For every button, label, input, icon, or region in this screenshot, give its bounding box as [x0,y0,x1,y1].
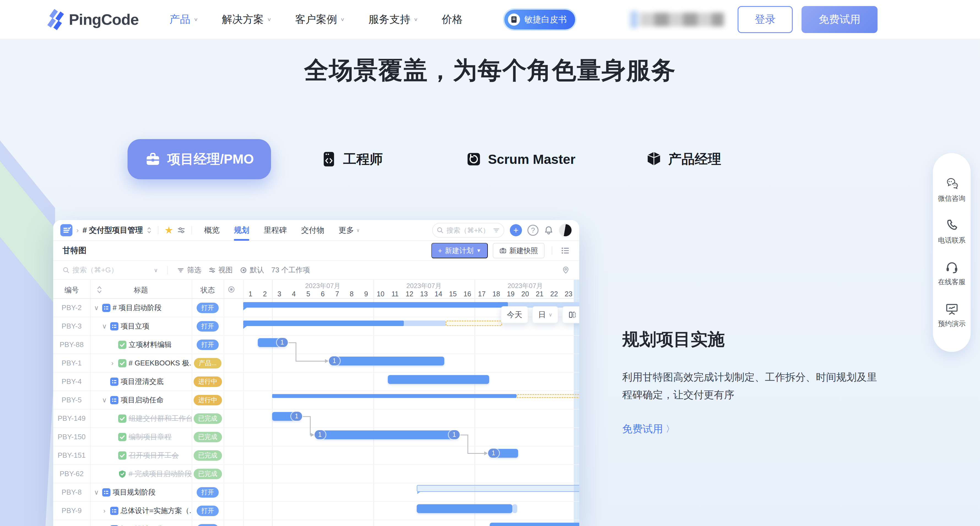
table-row[interactable]: PBY-2∨# 项目启动阶段打开 [53,299,579,317]
table-row[interactable]: PBY-150编制项目章程已完成11 [53,428,579,447]
gantt-bar-PBY-3[interactable] [404,321,445,326]
gantt-search-input[interactable]: 搜索（⌘+G） ∨ [62,265,158,275]
selector-icon[interactable] [147,226,152,234]
status-badge[interactable]: 进行中 [194,395,222,405]
notification-bell-icon[interactable] [544,226,554,235]
status-badge[interactable]: 产品... [194,358,221,369]
contact-item-2[interactable]: 电话联系 [938,219,966,245]
gantt-bar-PBY-1[interactable] [330,357,444,365]
gantt-bar-PBY-10[interactable] [490,523,579,526]
status-badge[interactable]: 打开 [197,340,219,350]
app-tab-5[interactable]: 更多∨ [339,220,360,241]
help-icon[interactable]: ? [527,225,538,236]
breadcrumb[interactable]: # 交付型项目管理 [83,225,143,235]
expand-toggle-icon[interactable]: › [109,359,116,367]
table-row[interactable]: PBY-8∨项目规划阶段打开 [53,483,579,502]
gantt-bar-PBY-5[interactable] [517,394,579,398]
status-badge[interactable]: 已完成 [194,450,222,461]
chevron-down-icon: ∨ [154,267,158,273]
expand-toggle-icon[interactable]: ∨ [93,304,100,312]
new-plan-button[interactable]: + 新建计划 ▼ [431,243,488,258]
contact-item-1[interactable]: 微信咨询 [938,177,966,203]
login-button[interactable]: 登录 [738,6,793,33]
role-tab-4[interactable]: 产品经理 [646,150,721,168]
table-row[interactable]: PBY-10›概要设计（分）打开 [53,520,579,526]
dependency-count-badge[interactable]: 1 [291,412,302,421]
app-tab-label: 更多 [339,225,354,235]
pingcode-logo[interactable]: PingCode [47,9,138,30]
role-tab-2[interactable]: 工程师 [321,150,383,168]
split-view-button[interactable] [562,306,579,323]
table-row[interactable]: PBY-5∨项目启动任命进行中 [53,391,579,410]
app-tab-4[interactable]: 交付物 [301,220,324,241]
gantt-bar-PBY-5[interactable] [272,394,517,398]
bar-notch [417,491,421,494]
role-tab-1[interactable]: 项目经理/PMO [127,139,271,179]
zoom-unit-button[interactable]: 日 ∨ [532,306,558,323]
status-badge[interactable]: 已完成 [194,432,222,442]
gantt-bar-PBY-8[interactable] [417,485,579,492]
app-tab-2[interactable]: 规划 [234,220,249,241]
status-badge[interactable]: 打开 [197,303,219,313]
gantt-bar-PBY-9[interactable] [512,504,517,513]
map-pin-icon[interactable] [562,266,570,274]
table-row[interactable]: PBY-1›# GEEKBOOKS 极...产品...1 [53,354,579,373]
nav-item-4[interactable]: 服务支持∨ [369,13,418,27]
dependency-count-badge[interactable]: 1 [449,430,460,439]
app-tab-1[interactable]: 概览 [204,220,220,241]
dependency-count-badge[interactable]: 1 [488,449,499,458]
row-title: 编制项目章程 [129,432,172,442]
gantt-bar-PBY-4[interactable] [388,375,489,384]
nav-item-3[interactable]: 客户案例∨ [295,13,345,27]
nav-item-1[interactable]: 产品∨ [169,13,198,27]
status-badge[interactable]: 已完成 [194,413,222,424]
gantt-bar-PBY-3[interactable] [445,321,502,326]
gantt-bar-PBY-2[interactable] [243,302,508,308]
contact-item-3[interactable]: 在线客服 [938,260,966,286]
table-row[interactable]: PBY-151召开项目开工会已完成1 [53,447,579,465]
add-button[interactable]: + [510,224,522,236]
expand-toggle-icon[interactable]: ∨ [101,396,108,404]
list-settings-icon[interactable] [561,246,570,255]
expand-toggle-icon[interactable]: ∨ [93,489,100,496]
status-badge[interactable]: 打开 [197,524,219,526]
gantt-bar-PBY-150[interactable] [316,431,459,439]
row-title-cell: ∨项目启动任命 [90,391,192,409]
role-tab-3[interactable]: Scrum Master [466,151,575,167]
feature-free-trial-link[interactable]: 免费试用 〉 [622,422,675,436]
search-input[interactable]: 搜索（⌘+K） [432,223,504,238]
gantt-bar-PBY-9[interactable] [417,504,512,513]
user-avatar[interactable] [559,224,572,237]
new-snapshot-button[interactable]: 新建快照 [493,243,544,258]
dependency-count-badge[interactable]: 1 [277,338,288,347]
app-tab-3[interactable]: 里程碑 [264,220,287,241]
status-badge[interactable]: 进行中 [194,377,222,387]
nav-item-5[interactable]: 价格 [442,13,463,27]
expand-toggle-icon[interactable]: ∨ [101,323,108,330]
table-row[interactable]: PBY-9›总体设计=实施方案（...打开 [53,502,579,520]
default-style-button[interactable]: 默认 [240,265,264,275]
table-row[interactable]: PBY-62# 完成项目启动阶段...已完成 [53,465,579,483]
contact-item-4[interactable]: 预约演示 [938,302,966,328]
swap-icon[interactable] [177,226,185,234]
today-button[interactable]: 今天 [501,306,528,323]
view-settings-button[interactable]: 视图 [208,265,233,275]
filter-button[interactable]: 筛选 [177,265,201,275]
status-badge[interactable]: 打开 [197,487,219,497]
table-row[interactable]: PBY-4项目澄清交底进行中 [53,373,579,391]
dependency-count-badge[interactable]: 1 [329,356,340,365]
nav-item-2[interactable]: 解决方案∨ [222,13,271,27]
expand-toggle-icon[interactable]: › [101,507,108,515]
status-badge[interactable]: 打开 [197,505,219,516]
status-badge[interactable]: 打开 [197,321,219,332]
star-icon[interactable]: ★ [164,225,173,235]
free-trial-button[interactable]: 免费试用 [802,6,878,33]
table-row[interactable]: PBY-149组建交付群和工作台已完成1 [53,410,579,428]
whitepaper-badge[interactable]: 敏捷白皮书 [504,10,575,29]
table-row[interactable]: PBY-3∨项目立项打开 [53,317,579,336]
filter-lines-icon [177,267,184,274]
dependency-count-badge[interactable]: 1 [315,430,326,439]
status-badge[interactable]: 已完成 [194,469,222,479]
table-row[interactable]: PBY-88立项材料编辑打开1 [53,336,579,354]
gantt-bar-PBY-3[interactable] [243,321,404,326]
